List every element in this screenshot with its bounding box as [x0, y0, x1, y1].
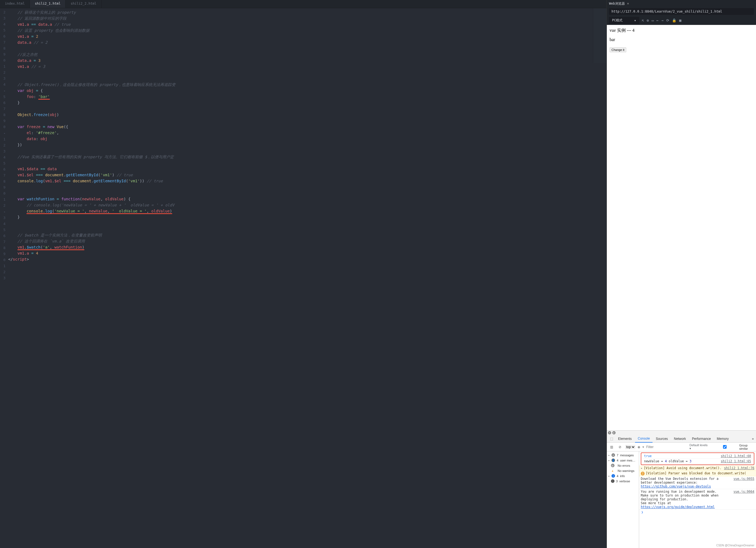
devices-icon[interactable]: ▭: [652, 18, 654, 22]
sidebar-toggle-icon[interactable]: ▥: [608, 444, 615, 450]
devtools-tab-memory[interactable]: Memory: [714, 435, 731, 442]
devtools-more-icon[interactable]: »: [750, 436, 756, 442]
editor-tabs: index.htmlshili2_1.htmlshili2_2.html: [0, 0, 607, 8]
qr-icon[interactable]: ▦: [679, 18, 681, 22]
external-link[interactable]: https://vuejs.org/guide/deployment.html: [641, 505, 715, 509]
source-link[interactable]: shili2 1.html:65: [719, 459, 751, 463]
levels-select[interactable]: Default levels ▾: [689, 443, 709, 450]
change-it-button[interactable]: Change it: [610, 47, 626, 52]
chevron-down-icon: ▾: [634, 19, 636, 22]
source-link[interactable]: shili2 1.html:76: [722, 466, 754, 470]
url-row: [607, 7, 756, 16]
console-prompt[interactable]: ❯: [639, 510, 756, 515]
eye-icon[interactable]: ◉: [637, 445, 640, 449]
external-link[interactable]: https://github.com/vuejs/vue-devtools: [641, 484, 711, 488]
url-input[interactable]: [609, 8, 754, 15]
browser-header: Web浏览器 × PC模式 ▾ ⇱ ⚙ ▭ ← → ⟳ 🔒 ▦: [607, 0, 756, 25]
devtools-body: ▸≡7 messages▸👤4 user mes… ⊘ No errors ▲ …: [607, 451, 756, 548]
sidebar-No-warnings[interactable]: ▲ No warnings: [607, 468, 639, 473]
back-icon[interactable]: ←: [656, 18, 659, 22]
mode-label: PC模式: [612, 18, 622, 23]
source-link[interactable]: vue.js:9055: [731, 477, 754, 488]
group-similar-checkbox[interactable]: Group similar: [711, 444, 754, 450]
preview-text: bar: [610, 37, 753, 42]
console-row: Download the Vue Devtools extension for …: [639, 476, 756, 489]
highlighted-console-output: trueshili2 1.html:60newValue = 4 oldValu…: [641, 452, 754, 465]
browser-title: Web浏览器: [609, 1, 625, 6]
close-devtools-icon[interactable]: ×: [608, 431, 611, 434]
inspect-icon[interactable]: ⬚: [608, 436, 615, 442]
devtools-tabs: ⬚ ElementsConsoleSourcesNetworkPerforman…: [607, 435, 756, 443]
sidebar-user-mes-[interactable]: ▸👤4 user mes…: [607, 458, 639, 463]
forward-icon[interactable]: →: [661, 18, 663, 22]
lock-icon[interactable]: 🔒: [672, 18, 676, 22]
line-gutter: 2345678901234▸ 567890▸ 123456789012▸ 345…: [0, 8, 8, 548]
gear-icon[interactable]: ⚙: [647, 18, 649, 22]
sidebar-No-errors[interactable]: ⊘ No errors: [607, 463, 639, 468]
console-output[interactable]: trueshili2 1.html:60newValue = 4 oldValu…: [639, 451, 756, 548]
console-filterbar: ▥ ⊘ top ◉ ▾ Default levels ▾ Group simil…: [607, 443, 756, 451]
editor-tab-shili2_1-html[interactable]: shili2_1.html: [30, 0, 66, 8]
source-link[interactable]: vue.js:9064: [731, 490, 754, 509]
devtools-tab-network[interactable]: Network: [671, 435, 689, 442]
console-row: ▸[Violation] Avoid using document.write(…: [639, 466, 756, 471]
sidebar-info[interactable]: ▸i4 info: [607, 473, 639, 478]
minimap[interactable]: [593, 8, 607, 63]
editor-area: 2345678901234▸ 567890▸ 123456789012▸ 345…: [0, 8, 607, 548]
watermark: CSDN @ChinaDragonDreamer: [716, 544, 754, 547]
devtools-tab-elements[interactable]: Elements: [615, 435, 634, 442]
close-icon[interactable]: ×: [627, 2, 629, 5]
browser-panel: Web浏览器 × PC模式 ▾ ⇱ ⚙ ▭ ← → ⟳ 🔒 ▦ vue 实例 -…: [607, 0, 756, 548]
console-row: You are running Vue in development mode.…: [639, 489, 756, 510]
sidebar-messages[interactable]: ▸≡7 messages: [607, 452, 639, 458]
devtools-tab-sources[interactable]: Sources: [653, 435, 671, 442]
devtools: × ▸ ⬚ ElementsConsoleSourcesNetworkPerfo…: [607, 430, 756, 548]
devtools-tab-performance[interactable]: Performance: [689, 435, 714, 442]
popout-icon[interactable]: ⇱: [642, 18, 644, 22]
dock-icon[interactable]: ▸: [612, 431, 616, 434]
console-sidebar: ▸≡7 messages▸👤4 user mes… ⊘ No errors ▲ …: [607, 451, 639, 548]
browser-toolbar: PC模式 ▾ ⇱ ⚙ ▭ ← → ⟳ 🔒 ▦: [607, 16, 756, 25]
source-link[interactable]: shili2 1.html:60: [719, 454, 751, 458]
filter-input[interactable]: [646, 445, 687, 449]
editor-tab-index-html[interactable]: index.html: [0, 0, 30, 8]
mode-select[interactable]: PC模式 ▾: [609, 17, 639, 24]
devtools-tab-console[interactable]: Console: [635, 435, 653, 443]
toolbar-icons: ⇱ ⚙ ▭ ← → ⟳ 🔒 ▦: [640, 18, 683, 22]
preview-area: vue 实例 --- 4 bar Change it: [607, 25, 756, 430]
context-select[interactable]: top: [625, 445, 635, 449]
editor-panel: index.htmlshili2_1.htmlshili2_2.html 234…: [0, 0, 607, 548]
editor-tab-shili2_2-html[interactable]: shili2_2.html: [66, 0, 102, 8]
sidebar-verbose[interactable]: ⋮3 verbose: [607, 478, 639, 484]
browser-tabrow: Web浏览器 ×: [607, 0, 756, 7]
clear-console-icon[interactable]: ⊘: [617, 444, 623, 450]
devtools-topbar: × ▸: [607, 431, 756, 435]
console-row: 2[Violation] Parser was blocked due to d…: [639, 471, 756, 476]
reload-icon[interactable]: ⟳: [666, 18, 669, 22]
preview-heading: vue 实例 --- 4: [610, 28, 753, 33]
code-content[interactable]: // 获得这个实例上的 property // 返回源数据中对应的字段 vm1.…: [8, 8, 607, 548]
